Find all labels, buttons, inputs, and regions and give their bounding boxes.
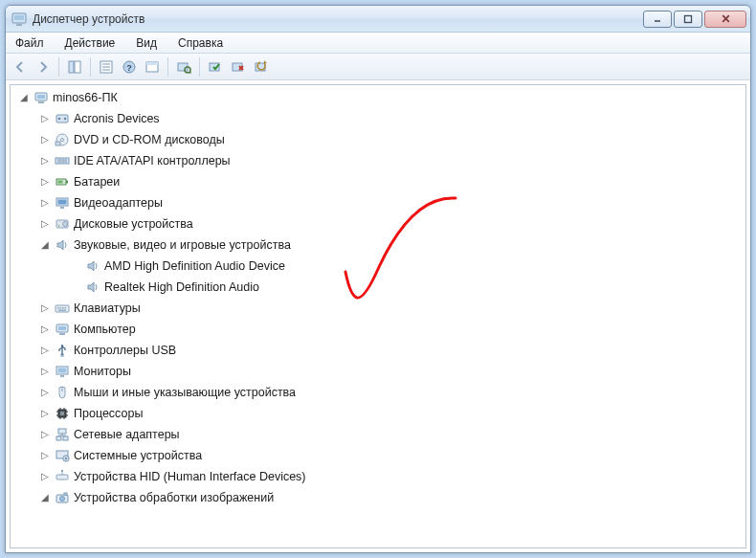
expand-toggle[interactable]: ▷ bbox=[39, 197, 51, 209]
svg-rect-55 bbox=[60, 375, 64, 377]
svg-rect-44 bbox=[60, 307, 62, 309]
tree-label: AMD High Definition Audio Device bbox=[104, 256, 285, 277]
expand-toggle[interactable]: ▷ bbox=[39, 429, 51, 440]
device-tree-scroll[interactable]: ◢ minos66-ПК ▷ Acronis Devices ▷ DVD и C… bbox=[11, 85, 745, 547]
window-controls bbox=[641, 11, 746, 28]
titlebar[interactable]: Диспетчер устройств bbox=[6, 6, 750, 33]
tree-node-cat-9[interactable]: ▷ Контроллеры USB bbox=[14, 340, 745, 361]
svg-point-28 bbox=[61, 139, 64, 142]
svg-rect-23 bbox=[38, 101, 44, 103]
expand-toggle[interactable]: ▷ bbox=[39, 408, 51, 419]
expand-toggle[interactable]: ▷ bbox=[39, 134, 51, 145]
help-button[interactable]: ? bbox=[119, 56, 140, 78]
close-button[interactable] bbox=[704, 11, 746, 28]
tree-node-cat-2[interactable]: ▷ IDE ATA/ATAPI контроллеры bbox=[14, 150, 745, 171]
imaging-icon bbox=[55, 490, 70, 505]
properties-button[interactable] bbox=[96, 56, 117, 78]
menu-action[interactable]: Действие bbox=[61, 34, 120, 52]
menu-view[interactable]: Вид bbox=[132, 34, 161, 52]
expand-toggle[interactable]: ◢ bbox=[39, 239, 51, 251]
tree-node-cat-1[interactable]: ▷ DVD и CD-ROM дисководы bbox=[14, 129, 745, 150]
svg-rect-77 bbox=[56, 475, 68, 480]
tree-node-cat-7[interactable]: ▷ Клавиатуры bbox=[14, 298, 745, 319]
svg-rect-58 bbox=[60, 412, 64, 415]
tree-node-cat-0[interactable]: ▷ Acronis Devices bbox=[14, 108, 745, 129]
expand-toggle[interactable]: ▷ bbox=[39, 324, 51, 335]
svg-rect-69 bbox=[63, 436, 68, 440]
svg-rect-34 bbox=[66, 181, 68, 184]
expand-toggle[interactable]: ▷ bbox=[39, 345, 51, 356]
expand-toggle[interactable]: ▷ bbox=[39, 113, 51, 124]
svg-rect-68 bbox=[56, 436, 61, 440]
tree-node-root[interactable]: ◢ minos66-ПК bbox=[14, 87, 745, 108]
expand-toggle[interactable]: ▷ bbox=[39, 471, 51, 482]
tree-node-cat-12[interactable]: ▷ Процессоры bbox=[14, 403, 745, 424]
svg-point-76 bbox=[65, 458, 67, 459]
expand-toggle[interactable]: ▷ bbox=[39, 366, 51, 377]
tree-node-cat-6-child-0[interactable]: AMD High Definition Audio Device bbox=[14, 256, 745, 277]
display-icon bbox=[55, 195, 70, 211]
svg-point-26 bbox=[64, 118, 67, 121]
tree-label: Клавиатуры bbox=[74, 298, 141, 319]
tree-node-cat-10[interactable]: ▷ Мониторы bbox=[14, 361, 745, 382]
tree-label: Acronis Devices bbox=[74, 108, 160, 129]
computer-icon bbox=[55, 322, 70, 337]
back-button[interactable] bbox=[10, 56, 31, 78]
tree-node-cat-11[interactable]: ▷ Мыши и иные указывающие устройства bbox=[14, 382, 745, 403]
tree-node-cat-6-child-1[interactable]: Realtek High Definition Audio bbox=[14, 277, 745, 298]
generic-icon bbox=[55, 111, 70, 126]
tree-node-cat-14[interactable]: ▷ Системные устройства bbox=[14, 445, 745, 466]
audio-icon bbox=[55, 237, 70, 253]
tree-label: Дисковые устройства bbox=[74, 213, 193, 234]
expand-toggle[interactable]: ▷ bbox=[39, 302, 51, 314]
svg-rect-50 bbox=[59, 333, 65, 335]
minimize-button[interactable] bbox=[643, 11, 672, 28]
action-button[interactable] bbox=[142, 56, 163, 78]
svg-rect-43 bbox=[57, 307, 59, 309]
expand-toggle[interactable]: ▷ bbox=[39, 450, 51, 461]
scan-button[interactable] bbox=[173, 56, 194, 78]
svg-rect-82 bbox=[64, 493, 67, 495]
keyboard-icon bbox=[55, 301, 70, 316]
svg-rect-79 bbox=[61, 470, 63, 472]
disc-icon bbox=[55, 132, 70, 147]
audio-icon bbox=[85, 279, 100, 295]
tree-node-cat-13[interactable]: ▷ Сетевые адаптеры bbox=[14, 424, 745, 445]
tree-label: IDE ATA/ATAPI контроллеры bbox=[74, 150, 231, 171]
uninstall-button[interactable] bbox=[228, 56, 249, 78]
svg-rect-54 bbox=[58, 368, 67, 373]
ide-icon bbox=[55, 153, 70, 168]
hdd-icon bbox=[55, 216, 70, 232]
audio-icon bbox=[85, 258, 100, 274]
enable-button[interactable] bbox=[205, 56, 226, 78]
tree-node-cat-6[interactable]: ◢ Звуковые, видео и игровые устройства bbox=[14, 234, 745, 256]
expand-toggle[interactable]: ▷ bbox=[39, 176, 51, 188]
expand-toggle[interactable]: ◢ bbox=[18, 92, 30, 103]
tree-node-cat-4[interactable]: ▷ Видеоадаптеры bbox=[14, 192, 745, 213]
tree-node-cat-8[interactable]: ▷ Компьютер bbox=[14, 319, 745, 340]
tree-label: Видеоадаптеры bbox=[74, 192, 163, 213]
menu-help[interactable]: Справка bbox=[174, 34, 227, 52]
tree-node-cat-5[interactable]: ▷ Дисковые устройства bbox=[14, 213, 745, 234]
expand-toggle[interactable]: ▷ bbox=[39, 155, 51, 167]
computer-icon bbox=[33, 90, 49, 105]
svg-rect-46 bbox=[65, 307, 67, 309]
app-icon bbox=[11, 11, 27, 27]
hid-icon bbox=[55, 469, 70, 484]
forward-button[interactable] bbox=[33, 56, 54, 78]
menubar: Файл Действие Вид Справка bbox=[6, 33, 750, 54]
tree-node-cat-3[interactable]: ▷ Батареи bbox=[14, 171, 745, 192]
window-title: Диспетчер устройств bbox=[33, 12, 641, 26]
svg-point-25 bbox=[58, 118, 61, 121]
tree-label: Батареи bbox=[74, 171, 120, 192]
tree-node-cat-15[interactable]: ▷ Устройства HID (Human Interface Device… bbox=[14, 466, 745, 487]
expand-toggle[interactable]: ▷ bbox=[39, 387, 51, 398]
menu-file[interactable]: Файл bbox=[11, 34, 48, 52]
maximize-button[interactable] bbox=[674, 11, 702, 28]
expand-toggle[interactable]: ▷ bbox=[39, 218, 51, 230]
tree-node-cat-16[interactable]: ◢ Устройства обработки изображений bbox=[14, 487, 745, 508]
show-hide-tree-button[interactable] bbox=[64, 56, 85, 78]
expand-toggle[interactable]: ◢ bbox=[39, 492, 51, 503]
update-driver-button[interactable] bbox=[251, 56, 272, 78]
tree-label: Сетевые адаптеры bbox=[74, 424, 180, 445]
